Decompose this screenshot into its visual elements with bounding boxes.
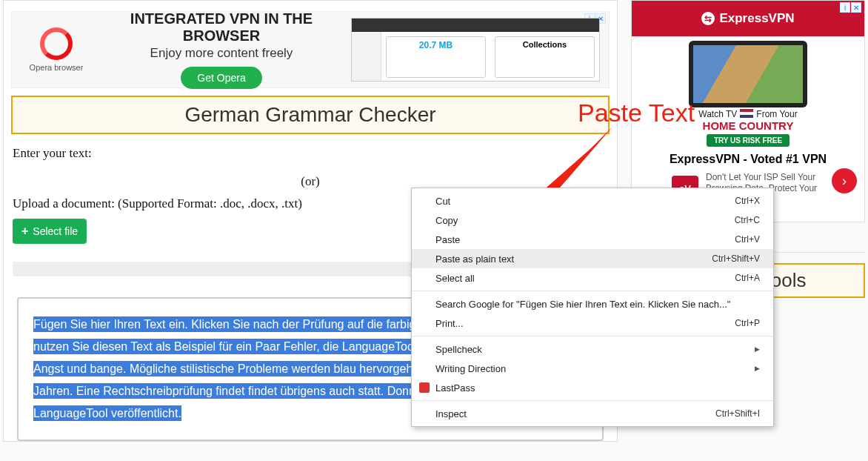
- context-menu-shortcut: Ctrl+P: [735, 318, 760, 328]
- context-menu-shortcut: Ctrl+C: [735, 215, 760, 225]
- context-menu-label: Select all: [435, 273, 735, 284]
- ad-card-collections: Collections: [523, 40, 567, 49]
- context-menu-label: Search Google for "Fügen Sie hier Ihren …: [435, 299, 760, 310]
- chevron-right-icon[interactable]: ›: [832, 168, 857, 193]
- context-menu-separator: [412, 291, 773, 291]
- context-menu-shortcut: Ctrl+Shift+V: [712, 253, 760, 264]
- select-file-label: Select file: [33, 225, 78, 237]
- opera-icon: [40, 27, 73, 60]
- vpn-home-country: HOME COUNTRY: [703, 119, 794, 132]
- context-menu-item[interactable]: CutCtrl+X: [412, 191, 773, 210]
- context-menu-label: Writing Direction: [435, 363, 749, 374]
- page-title: German Grammar Checker: [11, 96, 610, 134]
- context-menu-item[interactable]: Spellcheck: [412, 339, 773, 359]
- vpn-logo-icon: ⇆: [701, 12, 715, 25]
- enter-text-label: Enter your text:: [13, 146, 608, 161]
- context-menu-item[interactable]: LastPass: [412, 378, 773, 397]
- context-menu-item[interactable]: CopyCtrl+C: [412, 210, 773, 230]
- plus-icon: +: [21, 225, 28, 238]
- ad-subtitle: Enjoy more content freely: [92, 46, 351, 61]
- vpn-brand: ExpressVPN: [719, 11, 794, 26]
- context-menu-label: Spellcheck: [435, 344, 749, 355]
- vpn-watch-b: From Your: [756, 109, 797, 119]
- vpn-try-button[interactable]: TRY US RISK FREE: [707, 134, 789, 147]
- context-menu-item[interactable]: InspectCtrl+Shift+I: [412, 404, 773, 423]
- context-menu-separator: [412, 336, 773, 336]
- context-menu-label: Copy: [435, 215, 735, 226]
- context-menu-label: Paste as plain text: [435, 253, 712, 265]
- annotation-label: Paste Text: [578, 99, 695, 127]
- context-menu-label: Cut: [435, 196, 735, 207]
- context-menu-item[interactable]: Paste as plain textCtrl+Shift+V: [412, 249, 773, 268]
- lastpass-icon: [419, 382, 430, 393]
- vpn-headline: ExpressVPN - Voted #1 VPN: [670, 153, 827, 166]
- select-file-button[interactable]: + Select file: [13, 219, 87, 244]
- ad-title: INTEGRATED VPN IN THE BROWSER: [92, 10, 351, 44]
- context-menu-label: Print...: [435, 318, 735, 329]
- adchoices-badge[interactable]: i✕: [840, 2, 861, 13]
- opera-logo: Opera browser: [21, 27, 92, 72]
- context-menu-item[interactable]: Search Google for "Fügen Sie hier Ihren …: [412, 294, 773, 314]
- context-menu-label: LastPass: [435, 382, 760, 394]
- context-menu-item[interactable]: PasteCtrl+V: [412, 230, 773, 249]
- opera-logo-label: Opera browser: [30, 63, 84, 72]
- ad-cta-button[interactable]: Get Opera: [181, 67, 261, 89]
- context-menu-shortcut: Ctrl+A: [735, 273, 760, 283]
- context-menu-shortcut: Ctrl+X: [735, 196, 760, 206]
- context-menu-separator: [412, 400, 773, 401]
- context-menu-item[interactable]: Writing Direction: [412, 359, 773, 378]
- ad-banner-opera[interactable]: i✕ Opera browser INTEGRATED VPN IN THE B…: [11, 11, 610, 88]
- context-menu-shortcut: Ctrl+V: [735, 234, 760, 245]
- ad-card-size: 20.7 MB: [390, 40, 482, 50]
- context-menu-shortcut: Ctrl+Shift+I: [715, 408, 760, 419]
- context-menu[interactable]: CutCtrl+XCopyCtrl+CPasteCtrl+VPaste as p…: [411, 188, 774, 427]
- ad-screenshot: 20.7 MB Collections: [351, 18, 600, 82]
- tv-icon: [689, 41, 807, 107]
- context-menu-label: Inspect: [435, 408, 715, 419]
- context-menu-item[interactable]: Select allCtrl+A: [412, 268, 773, 288]
- vpn-watch-a: Watch TV: [698, 109, 737, 119]
- or-label: (or): [13, 174, 608, 189]
- context-menu-item[interactable]: Print...Ctrl+P: [412, 314, 773, 333]
- flag-icon: [740, 109, 753, 118]
- vpn-brand-bar: ⇆ ExpressVPN: [632, 1, 864, 36]
- context-menu-label: Paste: [435, 234, 735, 245]
